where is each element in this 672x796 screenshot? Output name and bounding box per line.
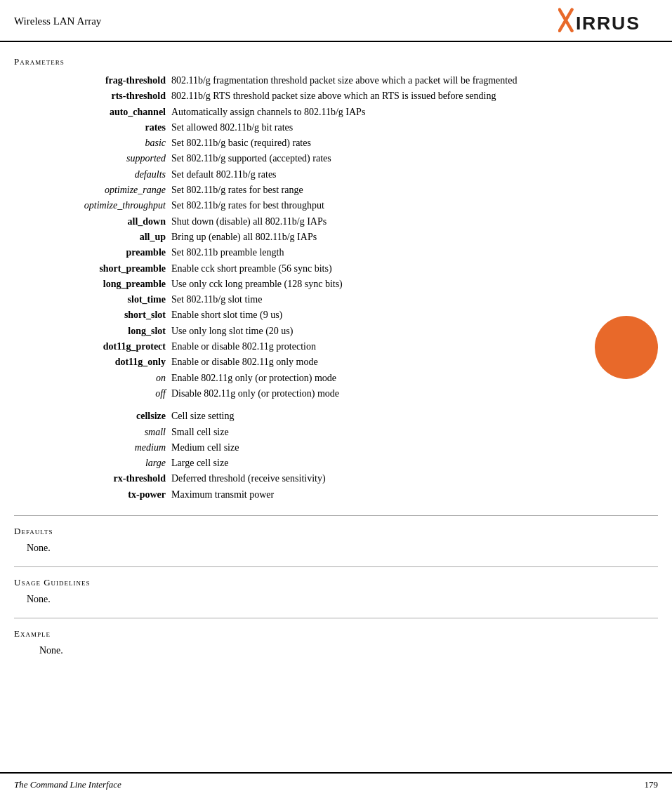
param-name-cell: dot11g_only <box>14 354 169 370</box>
param-desc-cell: Set 802.11b/g rates for best range <box>169 183 658 198</box>
param-desc-cell: Bring up (enable) all 802.11b/g IAPs <box>169 230 658 245</box>
table-row: auto_channelAutomatically assign channel… <box>14 105 658 120</box>
param-name-cell: on <box>14 371 169 386</box>
param-name-cell: supported <box>14 151 169 166</box>
param-name-cell: rts-threshold <box>14 88 169 104</box>
param-name-cell: small <box>14 425 169 440</box>
parameters-heading: Parameters <box>14 56 658 67</box>
page-footer: The Command Line Interface 179 <box>0 772 672 796</box>
footer-left: The Command Line Interface <box>14 779 121 790</box>
param-name-cell: rates <box>14 120 169 135</box>
table-row: preambleSet 802.11b preamble length <box>14 245 658 260</box>
param-name-cell: short_slot <box>14 307 169 323</box>
table-row: optimize_rangeSet 802.11b/g rates for be… <box>14 183 658 198</box>
param-desc-cell: Set 802.11b/g rates for best throughput <box>169 198 658 213</box>
divider-1 <box>14 515 658 516</box>
param-name-cell: short_preamble <box>14 261 169 277</box>
table-row: rts-threshold802.11b/g RTS threshold pac… <box>14 88 658 104</box>
param-name-cell: auto_channel <box>14 105 169 120</box>
defaults-heading: Defaults <box>14 526 658 537</box>
table-row: basicSet 802.11b/g basic (required) rate… <box>14 135 658 151</box>
param-name-cell: slot_time <box>14 292 169 307</box>
param-name-cell: optimize_range <box>14 183 169 198</box>
param-desc-cell: Enable cck short preamble (56 sync bits) <box>169 261 658 277</box>
param-name-cell: cellsize <box>14 409 169 424</box>
table-row: mediumMedium cell size <box>14 440 658 456</box>
param-desc-cell: Shut down (disable) all 802.11b/g IAPs <box>169 214 658 230</box>
param-desc-cell: Enable or disable 802.11g only mode <box>169 354 658 370</box>
param-name-cell: all_up <box>14 230 169 245</box>
table-row: offDisable 802.11g only (or protection) … <box>14 386 658 402</box>
param-name-cell: rx-threshold <box>14 471 169 486</box>
param-desc-cell: Deferred threshold (receive sensitivity) <box>169 471 658 486</box>
param-desc-cell: Set 802.11b/g supported (accepted) rates <box>169 151 658 166</box>
usage-heading: Usage Guidelines <box>14 577 658 588</box>
param-desc-cell: 802.11b/g RTS threshold packet size abov… <box>169 88 658 104</box>
param-desc-cell: Medium cell size <box>169 440 658 456</box>
param-name-cell: medium <box>14 440 169 456</box>
table-row: short_slotEnable short slot time (9 us) <box>14 307 658 323</box>
example-heading: Example <box>14 628 658 639</box>
logo: IRRUS <box>558 7 658 35</box>
table-row: all_downShut down (disable) all 802.11b/… <box>14 214 658 230</box>
table-row: optimize_throughputSet 802.11b/g rates f… <box>14 198 658 213</box>
defaults-section: Defaults None. <box>14 526 658 554</box>
param-name-cell: optimize_throughput <box>14 198 169 213</box>
param-name-cell: basic <box>14 135 169 151</box>
param-desc-cell: Set 802.11b/g slot time <box>169 292 658 307</box>
defaults-content: None. <box>14 543 658 554</box>
param-desc-cell: Use only cck long preamble (128 sync bit… <box>169 277 658 292</box>
param-name-cell: tx-power <box>14 487 169 503</box>
xirrus-logo: IRRUS <box>558 7 658 35</box>
usage-content: None. <box>14 594 658 605</box>
param-desc-cell: Use only long slot time (20 us) <box>169 324 658 339</box>
param-desc-cell: Cell size setting <box>169 409 658 424</box>
parameters-section: Parameters frag-threshold802.11b/g fragm… <box>14 56 658 503</box>
table-row: onEnable 802.11g only (or protection) mo… <box>14 371 658 386</box>
param-name-cell: preamble <box>14 245 169 260</box>
example-content: None. <box>14 645 658 656</box>
param-name-cell: dot11g_protect <box>14 339 169 354</box>
param-desc-cell: Set 802.11b/g basic (required) rates <box>169 135 658 151</box>
param-name-cell: long_preamble <box>14 277 169 292</box>
param-desc-cell: Maximum transmit power <box>169 487 658 503</box>
param-desc-cell: Large cell size <box>169 456 658 471</box>
table-row: tx-powerMaximum transmit power <box>14 487 658 503</box>
table-row: smallSmall cell size <box>14 425 658 440</box>
header-title: Wireless LAN Array <box>14 15 101 27</box>
main-content: Parameters frag-threshold802.11b/g fragm… <box>0 42 672 683</box>
page-header: Wireless LAN Array IRRUS <box>0 0 672 42</box>
table-row: largeLarge cell size <box>14 456 658 471</box>
param-desc-cell: Disable 802.11g only (or protection) mod… <box>169 386 658 402</box>
param-name-cell: large <box>14 456 169 471</box>
table-row-spacer <box>14 402 658 409</box>
param-desc-cell: Set 802.11b preamble length <box>169 245 658 260</box>
table-row: slot_timeSet 802.11b/g slot time <box>14 292 658 307</box>
usage-section: Usage Guidelines None. <box>14 577 658 605</box>
table-row: dot11g_onlyEnable or disable 802.11g onl… <box>14 354 658 370</box>
param-desc-cell: Set allowed 802.11b/g bit rates <box>169 120 658 135</box>
table-row: long_preambleUse only cck long preamble … <box>14 277 658 292</box>
table-row: short_preambleEnable cck short preamble … <box>14 261 658 277</box>
table-row: ratesSet allowed 802.11b/g bit rates <box>14 120 658 135</box>
param-name-cell: off <box>14 386 169 402</box>
table-row: defaultsSet default 802.11b/g rates <box>14 167 658 183</box>
orange-circle-decoration <box>595 316 658 379</box>
param-desc-cell: Small cell size <box>169 425 658 440</box>
table-row: all_upBring up (enable) all 802.11b/g IA… <box>14 230 658 245</box>
param-desc-cell: Set default 802.11b/g rates <box>169 167 658 183</box>
param-name-cell: all_down <box>14 214 169 230</box>
param-name-cell: frag-threshold <box>14 73 169 88</box>
param-desc-cell: 802.11b/g fragmentation threshold packet… <box>169 73 658 88</box>
divider-3 <box>14 618 658 618</box>
table-row: cellsizeCell size setting <box>14 409 658 424</box>
table-row: frag-threshold802.11b/g fragmentation th… <box>14 73 658 88</box>
param-name-cell: long_slot <box>14 324 169 339</box>
param-name-cell: defaults <box>14 167 169 183</box>
table-row: supportedSet 802.11b/g supported (accept… <box>14 151 658 166</box>
param-desc-cell: Enable short slot time (9 us) <box>169 307 658 323</box>
param-desc-cell: Enable or disable 802.11g protection <box>169 339 658 354</box>
svg-text:IRRUS: IRRUS <box>576 13 640 34</box>
table-row: rx-thresholdDeferred threshold (receive … <box>14 471 658 486</box>
example-section: Example None. <box>14 628 658 656</box>
